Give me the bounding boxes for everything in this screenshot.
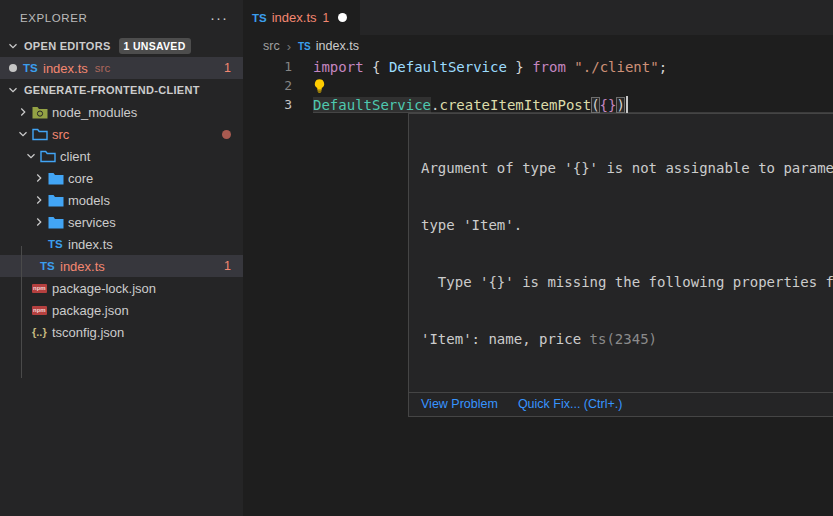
code-area[interactable]: 1 import { DefaultService } from "./clie…	[243, 57, 833, 114]
chevron-right-icon[interactable]	[30, 214, 48, 230]
tree-item-package-json[interactable]: npm package.json	[0, 299, 243, 321]
unsaved-dot-icon[interactable]	[338, 13, 347, 22]
unsaved-badge: 1 UNSAVED	[119, 38, 191, 54]
folder-open-icon	[32, 126, 52, 142]
vscode-window: EXPLORER ··· OPEN EDITORS 1 UNSAVED TS i…	[0, 0, 833, 516]
module-string: "./client"	[574, 59, 658, 75]
hover-status-bar: View Problem Quick Fix... (Ctrl+.)	[409, 392, 833, 416]
code-line-1: 1 import { DefaultService } from "./clie…	[243, 57, 833, 76]
npm-file-icon: npm	[32, 302, 52, 318]
modified-dot-icon[interactable]	[9, 64, 17, 72]
breadcrumb: src › TS index.ts	[243, 35, 833, 57]
tree-item-client-index-ts[interactable]: TS index.ts	[0, 233, 243, 255]
folder-icon	[48, 170, 68, 186]
punct: ;	[659, 59, 667, 75]
tab-index-ts[interactable]: TS index.ts 1	[243, 0, 360, 35]
error-argument-braces: {}	[600, 97, 617, 113]
tree-item-client[interactable]: client	[0, 145, 243, 167]
twistie-spacer	[14, 302, 32, 318]
keyword-from: from	[532, 59, 566, 75]
punct: }	[507, 59, 532, 75]
tree-item-package-lock-json[interactable]: npm package-lock.json	[0, 277, 243, 299]
workspace-label: GENERATE-FRONTEND-CLIENT	[24, 84, 200, 96]
open-editors-header[interactable]: OPEN EDITORS 1 UNSAVED	[0, 35, 243, 57]
matched-paren-open: (	[591, 97, 599, 113]
error-count-badge: 1	[224, 61, 231, 75]
tab-bar: TS index.ts 1	[243, 0, 833, 35]
line-number-active: 3	[243, 97, 292, 112]
error-message-line: Argument of type '{}' is not assignable …	[421, 159, 833, 178]
twistie-spacer	[22, 258, 40, 274]
typescript-file-icon: TS	[23, 60, 43, 76]
error-hover-tooltip: Argument of type '{}' is not assignable …	[408, 113, 833, 417]
breadcrumb-file[interactable]: index.ts	[316, 39, 359, 53]
explorer-title: EXPLORER	[20, 12, 210, 24]
text-cursor	[626, 96, 628, 113]
method-identifier: createItemItemPost	[439, 97, 591, 113]
chevron-right-icon: ›	[287, 39, 291, 54]
twistie-spacer	[14, 324, 32, 340]
view-problem-link[interactable]: View Problem	[421, 397, 498, 411]
explorer-header: EXPLORER ···	[0, 0, 243, 35]
tree-item-models[interactable]: models	[0, 189, 243, 211]
chevron-down-icon[interactable]	[14, 126, 32, 142]
error-count-badge: 1	[224, 259, 231, 273]
tab-filename: index.ts	[272, 10, 317, 25]
service-identifier: DefaultService	[313, 97, 431, 113]
typescript-file-icon: TS	[252, 12, 267, 24]
folder-icon	[48, 192, 68, 208]
npm-file-icon: npm	[32, 280, 52, 296]
error-message-line: Type '{}' is missing the following prope…	[421, 273, 833, 292]
node-modules-folder-icon	[32, 104, 52, 120]
tree-item-tsconfig-json[interactable]: {..} tsconfig.json	[0, 321, 243, 343]
twistie-spacer	[30, 236, 48, 252]
error-code-ref: ts(2345)	[590, 331, 657, 347]
chevron-right-icon[interactable]	[14, 104, 32, 120]
editor-group: TS index.ts 1 src › TS index.ts 1 import…	[243, 0, 833, 516]
space	[566, 59, 574, 75]
tree-item-src-index-ts[interactable]: TS index.ts 1	[0, 255, 243, 277]
folder-icon	[48, 214, 68, 230]
tree-item-src[interactable]: src	[0, 123, 243, 145]
error-dot-icon	[222, 130, 231, 139]
tab-error-count: 1	[323, 11, 330, 25]
open-editors-label: OPEN EDITORS	[24, 40, 111, 52]
open-editor-filename: index.ts	[43, 61, 88, 76]
lightbulb-icon[interactable]	[313, 78, 326, 94]
keyword-import: import	[313, 59, 364, 75]
imported-identifier: DefaultService	[389, 59, 507, 75]
typescript-file-icon: TS	[40, 258, 60, 274]
breadcrumb-folder[interactable]: src	[263, 39, 280, 53]
quick-fix-link[interactable]: Quick Fix... (Ctrl+.)	[518, 397, 623, 411]
chevron-right-icon[interactable]	[30, 192, 48, 208]
code-line-3: 3 DefaultService . createItemItemPost ( …	[243, 95, 833, 114]
error-message-line: type 'Item'.	[421, 216, 833, 235]
chevron-right-icon[interactable]	[30, 170, 48, 186]
error-message-line: 'Item': name, price ts(2345)	[421, 330, 833, 349]
chevron-down-icon[interactable]	[22, 148, 40, 164]
open-editor-path: src	[95, 62, 110, 74]
punct: .	[431, 97, 439, 113]
chevron-down-icon[interactable]	[4, 38, 22, 54]
tree-item-services[interactable]: services	[0, 211, 243, 233]
line-number: 2	[243, 78, 292, 93]
error-message: Argument of type '{}' is not assignable …	[409, 114, 833, 392]
chevron-down-icon[interactable]	[4, 82, 22, 98]
indent-guide	[21, 246, 22, 378]
workspace-header[interactable]: GENERATE-FRONTEND-CLIENT	[0, 79, 243, 101]
matched-paren-close: )	[616, 97, 624, 113]
typescript-file-icon: TS	[298, 41, 311, 52]
folder-open-icon	[40, 148, 60, 164]
tree-item-core[interactable]: core	[0, 167, 243, 189]
explorer-sidebar: EXPLORER ··· OPEN EDITORS 1 UNSAVED TS i…	[0, 0, 243, 516]
line-number: 1	[243, 59, 292, 74]
json-config-file-icon: {..}	[32, 324, 52, 340]
tree-item-node-modules[interactable]: node_modules	[0, 101, 243, 123]
twistie-spacer	[14, 280, 32, 296]
open-editor-item-index-ts[interactable]: TS index.ts src 1	[0, 57, 243, 79]
punct: {	[364, 59, 389, 75]
code-line-2: 2	[243, 76, 833, 95]
file-tree: node_modules src client	[0, 101, 243, 343]
more-actions-icon[interactable]: ···	[210, 9, 228, 26]
typescript-file-icon: TS	[48, 236, 68, 252]
